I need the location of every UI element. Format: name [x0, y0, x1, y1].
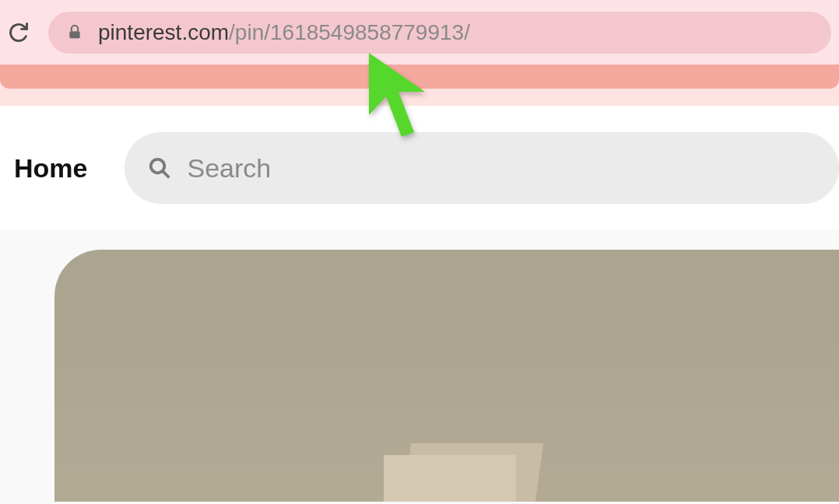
search-bar[interactable]: [125, 132, 839, 204]
search-input[interactable]: [187, 153, 816, 184]
search-icon: [148, 156, 171, 180]
accent-strip: [0, 65, 839, 89]
url-path: /pin/1618549858779913/: [229, 20, 470, 44]
lock-icon: [67, 24, 82, 41]
reload-icon[interactable]: [8, 22, 30, 44]
image-subject: [384, 439, 586, 502]
home-link[interactable]: Home: [14, 153, 87, 184]
svg-rect-0: [69, 31, 79, 38]
page-content: Home: [0, 106, 839, 504]
pin-image[interactable]: [54, 250, 839, 502]
url-bar[interactable]: pinterest.com/pin/1618549858779913/: [48, 12, 831, 54]
header-row: Home: [0, 132, 839, 204]
url-text: pinterest.com/pin/1618549858779913/: [98, 20, 470, 45]
content-area: [0, 229, 839, 504]
browser-chrome: pinterest.com/pin/1618549858779913/: [0, 0, 839, 65]
url-domain: pinterest.com: [98, 20, 229, 44]
svg-line-2: [163, 171, 169, 177]
